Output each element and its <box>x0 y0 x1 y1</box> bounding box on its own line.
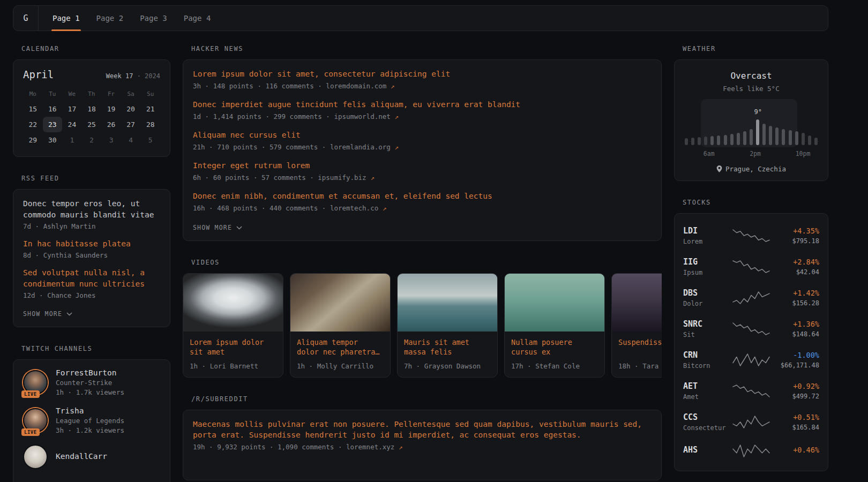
stock-sparkline <box>732 259 770 274</box>
tab-page-1[interactable]: Page 1 <box>53 6 80 31</box>
calendar-day: 22 <box>23 117 43 132</box>
external-link-icon: ↗ <box>383 204 387 212</box>
hn-item: Donec enim nibh, condimentum et accumsan… <box>193 191 652 212</box>
app-logo[interactable]: G <box>13 6 39 31</box>
stock-ticker: DBS <box>683 288 732 298</box>
stock-name: Ipsum <box>683 269 732 276</box>
subreddit-post-meta: 19h · 9,932 points · 1,090 comments · lo… <box>193 443 652 451</box>
stock-change: +0.92% <box>770 382 819 390</box>
video-body: Lorem ipsum dolor sit amet consectetu… 1… <box>183 332 283 377</box>
video-thumbnail <box>612 274 662 332</box>
twitch-channel-trisha[interactable]: LIVE Trisha League of Legends 3h · 1.2k … <box>23 406 160 434</box>
rss-item-meta: 8d · Cynthia Saunders <box>23 251 160 259</box>
weather-bar <box>691 138 694 145</box>
video-card[interactable]: Suspendisse diam 18h · Tara <box>611 273 662 378</box>
video-meta: 1h · Lori Barnett <box>190 362 276 370</box>
weather-bar <box>814 138 818 145</box>
tab-page-3[interactable]: Page 3 <box>140 6 167 31</box>
rss-item-title[interactable]: Donec tempor eros leo, ut commodo mauris… <box>23 198 160 221</box>
hn-item: Donec imperdiet augue tincidunt felis al… <box>193 99 652 120</box>
stock-sparkline <box>732 383 770 398</box>
stock-values: +0.46% <box>770 446 819 456</box>
video-title: Nullam posuere cursus ex <box>511 337 598 357</box>
stock-price: $165.84 <box>770 424 819 431</box>
weather-temp-chart: 9° <box>683 102 819 145</box>
hackernews-show-more-button[interactable]: SHOW MORE <box>193 224 242 231</box>
rss-show-more-button[interactable]: SHOW MORE <box>23 310 72 318</box>
stock-row-snrc[interactable]: SNRC Sit +1.36% $148.64 <box>683 313 819 344</box>
hn-item-title[interactable]: Donec imperdiet augue tincidunt felis al… <box>193 99 652 110</box>
location-pin-icon <box>716 165 722 172</box>
hn-item: Lorem ipsum dolor sit amet, consectetur … <box>193 69 652 90</box>
stock-id: DBS Dolor <box>683 288 732 307</box>
stock-id: IIG Ipsum <box>683 257 732 276</box>
stock-row-ahs[interactable]: AHS +0.46% <box>683 438 819 464</box>
weather-bar <box>710 136 714 145</box>
calendar-day: 25 <box>82 117 102 132</box>
stock-price: $42.04 <box>770 268 819 276</box>
day-header: Th <box>82 87 102 101</box>
stocks-section-title: STOCKS <box>683 199 828 206</box>
stock-row-ccs[interactable]: CCS Consectetur +0.51% $165.84 <box>683 406 819 438</box>
hn-item-domain-link[interactable]: ipsumworld.net <box>334 112 390 120</box>
stock-row-iig[interactable]: IIG Ipsum +2.84% $42.04 <box>683 251 819 282</box>
video-thumbnail <box>183 274 283 332</box>
video-card[interactable]: Nullam posuere cursus ex 17h · Stefan Co… <box>504 273 605 378</box>
twitch-channel-forrestburton[interactable]: LIVE ForrestBurton Counter-Strike 1h · 1… <box>23 368 160 396</box>
stock-ticker: AHS <box>683 445 732 455</box>
stock-id: SNRC Sit <box>683 319 732 338</box>
stocks-card: LDI Lorem +4.35% $795.18 IIG Ipsum <box>674 213 828 471</box>
subreddit-domain-link[interactable]: loremnet.xyz <box>346 443 394 451</box>
calendar-widget: CALENDAR April Week 17 · 2024 Mo Tu We <box>13 45 170 157</box>
stock-sparkline <box>732 415 770 430</box>
stock-name: Amet <box>683 393 732 401</box>
avatar: LIVE <box>23 408 48 433</box>
stock-row-crn[interactable]: CRN Bitcorn -1.00% $66,171.48 <box>683 344 819 375</box>
weather-bar <box>717 135 720 145</box>
stock-values: +2.84% $42.04 <box>770 258 819 276</box>
stock-id: LDI Lorem <box>683 226 732 245</box>
stock-change: +1.36% <box>770 320 819 328</box>
hn-item-title[interactable]: Aliquam nec cursus elit <box>193 130 652 140</box>
channel-avatar <box>23 445 48 469</box>
hn-item-title[interactable]: Donec enim nibh, condimentum et accumsan… <box>193 191 652 201</box>
rss-widget: RSS FEED Donec tempor eros leo, ut commo… <box>13 175 170 327</box>
hn-item-domain-link[interactable]: loremlandia.org <box>330 143 391 151</box>
stock-row-aet[interactable]: AET Amet +0.92% $499.72 <box>683 375 819 406</box>
calendar-day: 19 <box>101 101 121 117</box>
hn-item: Aliquam nec cursus elit 21h · 710 points… <box>193 130 652 151</box>
rss-item-title[interactable]: Sed volutpat nulla nisl, a condimentum n… <box>23 267 160 290</box>
tab-page-4[interactable]: Page 4 <box>184 6 211 31</box>
video-card[interactable]: Lorem ipsum dolor sit amet consectetu… 1… <box>183 273 283 378</box>
twitch-card: LIVE ForrestBurton Counter-Strike 1h · 1… <box>13 359 170 482</box>
twitch-channel-kendallcarr[interactable]: LIVE KendallCarr <box>23 445 160 469</box>
stock-row-ldi[interactable]: LDI Lorem +4.35% $795.18 <box>683 220 819 251</box>
tab-page-2[interactable]: Page 2 <box>96 6 124 31</box>
channel-info: ForrestBurton Counter-Strike 1h · 1.7k v… <box>56 368 124 396</box>
calendar-card: April Week 17 · 2024 Mo Tu We Th Fr Sa <box>13 59 170 157</box>
calendar-day: 29 <box>23 132 43 148</box>
rss-item-title[interactable]: In hac habitasse platea <box>23 238 160 250</box>
day-header: Fr <box>101 87 121 101</box>
stock-sparkline <box>732 321 770 336</box>
rss-item-meta: 7d · Ashlyn Martin <box>23 222 160 230</box>
video-meta: 18h · Tara <box>618 362 662 370</box>
videos-section-title: VIDEOS <box>191 259 662 266</box>
peak-temp-label: 9° <box>754 108 761 116</box>
calendar-day: 16 <box>43 101 63 117</box>
stock-row-dbs[interactable]: DBS Dolor +1.42% $156.28 <box>683 282 819 313</box>
weather-bar <box>750 129 753 145</box>
hn-item-title[interactable]: Lorem ipsum dolor sit amet, consectetur … <box>193 69 652 79</box>
video-card[interactable]: Mauris sit amet massa felis 7h · Grayson… <box>397 273 498 378</box>
channel-meta: 3h · 1.2k viewers <box>56 426 124 434</box>
hn-item-domain-link[interactable]: ipsumify.biz <box>318 174 366 182</box>
subreddit-post-title[interactable]: Maecenas mollis pulvinar erat non posuer… <box>193 419 652 440</box>
stock-name: Dolor <box>683 300 732 307</box>
hn-item-domain-link[interactable]: loremdomain.com <box>326 82 386 90</box>
channel-category: League of Legends <box>56 417 124 425</box>
calendar-day: 20 <box>121 101 141 117</box>
live-badge: LIVE <box>21 390 40 398</box>
hn-item-title[interactable]: Integer eget rutrum lorem <box>193 160 652 171</box>
hn-item-domain-link[interactable]: loremtech.co <box>330 204 378 212</box>
video-card[interactable]: Aliquam tempor dolor nec pharetra… 1h · … <box>290 273 391 378</box>
